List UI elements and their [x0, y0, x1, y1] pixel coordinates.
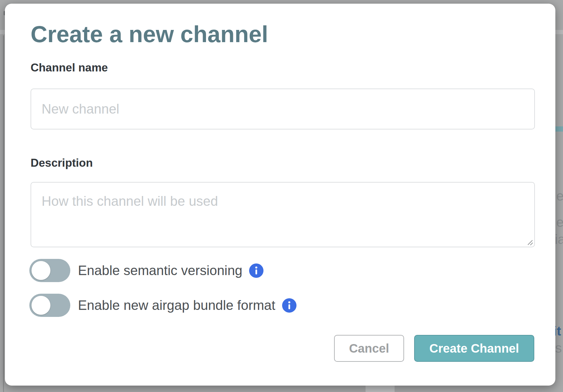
- create-channel-modal: Create a new channel Channel name Descri…: [5, 4, 555, 386]
- semantic-versioning-row: Enable semantic versioning: [29, 259, 263, 282]
- channel-name-input[interactable]: [31, 89, 535, 129]
- description-label: Description: [31, 157, 93, 169]
- background-text-fragment: s: [555, 341, 562, 355]
- info-icon[interactable]: [282, 298, 296, 313]
- background-text-fragment: ia: [555, 233, 563, 246]
- airgap-format-toggle[interactable]: [29, 294, 70, 317]
- background-text-fragment: e: [556, 216, 563, 229]
- background-text-fragment: e: [556, 189, 563, 203]
- cancel-button[interactable]: Cancel: [334, 335, 404, 362]
- modal-title: Create a new channel: [31, 21, 268, 47]
- toggle-knob: [31, 261, 50, 280]
- semantic-versioning-toggle[interactable]: [29, 259, 70, 282]
- semantic-versioning-label: Enable semantic versioning: [78, 264, 242, 277]
- info-icon[interactable]: [249, 263, 263, 278]
- description-textarea[interactable]: [31, 182, 535, 247]
- toggle-knob: [31, 296, 50, 315]
- airgap-format-label: Enable new airgap bundle format: [78, 299, 275, 312]
- airgap-format-row: Enable new airgap bundle format: [29, 294, 296, 317]
- channel-name-label: Channel name: [31, 62, 108, 74]
- create-channel-button[interactable]: Create Channel: [414, 335, 534, 362]
- description-field-wrapper: [31, 182, 535, 247]
- resize-handle-icon[interactable]: [528, 240, 533, 245]
- background-bottom-box: [366, 386, 395, 392]
- background-card-border: [3, 35, 4, 392]
